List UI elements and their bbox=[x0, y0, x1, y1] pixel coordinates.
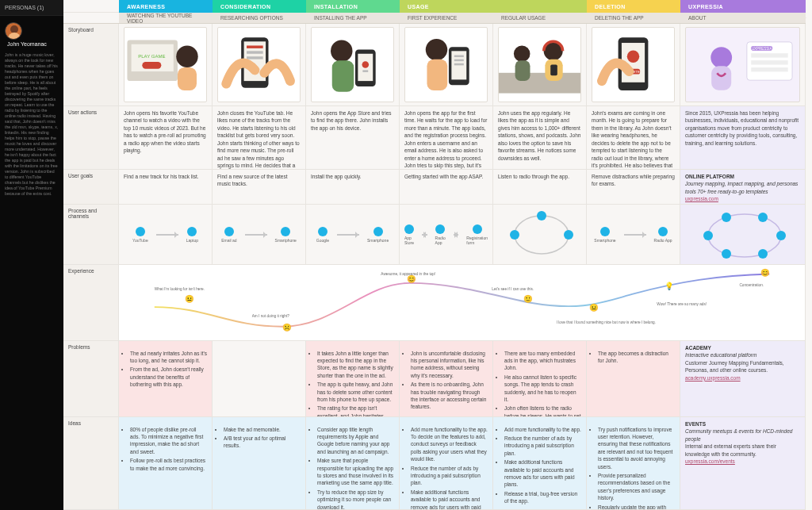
id7-link[interactable]: uxpressia.com/events bbox=[685, 458, 735, 464]
ua-3[interactable]: John opens the App Store and tries to fi… bbox=[306, 106, 400, 170]
list-item: Reduce the number of ads by introducing … bbox=[411, 465, 488, 487]
svg-point-49 bbox=[722, 213, 731, 222]
svg-point-4 bbox=[176, 45, 197, 67]
blank-sub bbox=[63, 13, 119, 24]
arrow-icon bbox=[624, 234, 646, 236]
stage-deletion[interactable]: DELETION bbox=[587, 0, 680, 13]
svg-rect-29 bbox=[550, 65, 557, 76]
pb-4[interactable]: John is uncomfortable disclosing his per… bbox=[400, 341, 493, 417]
substage-2[interactable]: RESEARCHING OPTIONS bbox=[213, 13, 306, 24]
list-item: Make additional functions available to p… bbox=[411, 489, 488, 510]
rowlabel-problems: Problems bbox=[63, 341, 119, 417]
list-item: Make the ad memorable. bbox=[224, 426, 301, 433]
node-reg[interactable]: Registration form bbox=[466, 224, 488, 245]
node-radio[interactable]: Radio App bbox=[435, 224, 446, 245]
svg-rect-40 bbox=[751, 53, 787, 57]
node-smartphone2[interactable]: Smartphone bbox=[367, 227, 389, 243]
stage-installation[interactable]: INSTALLATION bbox=[306, 0, 400, 13]
pb7-link[interactable]: academy.uxpressia.com bbox=[685, 375, 741, 381]
list-item: Try push notifications to improve user r… bbox=[598, 426, 675, 471]
svg-point-48 bbox=[703, 231, 713, 240]
ug-5[interactable]: Listen to radio through the app. bbox=[493, 170, 587, 205]
substage-7[interactable]: ABOUT bbox=[680, 13, 806, 24]
id-3[interactable]: Consider app title length requirements b… bbox=[306, 417, 400, 510]
pb-5[interactable]: There are too many embedded ads in the a… bbox=[493, 341, 587, 417]
ug-3[interactable]: Install the app quickly. bbox=[306, 170, 400, 205]
ug7-link[interactable]: uxpressia.com bbox=[685, 196, 718, 201]
node-google[interactable]: Google bbox=[316, 227, 329, 243]
node-appstore[interactable]: App Store bbox=[404, 224, 414, 245]
svg-rect-12 bbox=[332, 60, 354, 91]
node-smartphone[interactable]: Smartphone bbox=[275, 227, 297, 243]
svg-point-17 bbox=[426, 39, 447, 60]
stage-awareness[interactable]: AWARENESS bbox=[119, 0, 213, 13]
list-item: Make sure that people responsible for up… bbox=[317, 457, 394, 487]
uxp-network-icon bbox=[685, 208, 804, 263]
node-radio2[interactable]: Radio App bbox=[654, 227, 672, 243]
experience-curve: 😐 ☹️ 😊 🙂 😐 💡 😊 What I'm looking for isn'… bbox=[124, 268, 800, 337]
sidebar-persona[interactable]: John Yeomanac John is a huge music lover… bbox=[0, 16, 63, 203]
ug-1[interactable]: Find a new track for his track list. bbox=[119, 170, 213, 205]
svg-rect-36 bbox=[711, 66, 731, 90]
pb-6[interactable]: The app becomes a distraction for John. bbox=[587, 341, 680, 417]
svg-rect-42 bbox=[751, 67, 787, 71]
list-item: Try to reduce the app size by optimizing… bbox=[317, 489, 394, 510]
substage-1[interactable]: WATCHING THE YOUTUBE VIDEO bbox=[119, 13, 213, 24]
pb-2[interactable] bbox=[213, 341, 306, 417]
storyboard-1: PLAY GAME bbox=[119, 24, 213, 106]
node-smartphone3[interactable]: Smartphone bbox=[594, 227, 615, 243]
ua-6[interactable]: John's exams are coming in one month. He… bbox=[587, 106, 680, 170]
node-youtube[interactable]: YouTube bbox=[132, 227, 148, 243]
id-5[interactable]: Add more functionality to the app.Reduce… bbox=[493, 417, 587, 510]
svg-text:UXPRESSIA: UXPRESSIA bbox=[752, 47, 772, 51]
ua-5[interactable]: John uses the app regularly. He likes th… bbox=[493, 106, 587, 170]
rowlabel-process: Process and channels bbox=[63, 205, 119, 265]
node-laptop[interactable]: Laptop bbox=[186, 227, 198, 243]
pb-3[interactable]: It takes John a little longer than expec… bbox=[306, 341, 400, 417]
ug-2[interactable]: Find a new source of the latest music tr… bbox=[213, 170, 306, 205]
ug7-body: Journey mapping, impact mapping, and per… bbox=[685, 180, 800, 195]
journey-grid: AWARENESS CONSIDERATION INSTALLATION USA… bbox=[63, 0, 812, 510]
stage-uxpressia[interactable]: UXPRESSIA bbox=[680, 0, 806, 13]
stage-usage[interactable]: USAGE bbox=[400, 0, 587, 13]
id-2[interactable]: Make the ad memorable.A/B test your ad f… bbox=[213, 417, 306, 510]
svg-text:😐: 😐 bbox=[185, 294, 194, 304]
substage-3[interactable]: INSTALLING THE APP bbox=[306, 13, 400, 24]
arrow-icon bbox=[337, 234, 359, 236]
blank-corner bbox=[63, 0, 119, 13]
list-item: There are too many embedded ads in the a… bbox=[504, 350, 581, 372]
substage-5[interactable]: REGULAR USAGE bbox=[493, 13, 587, 24]
experience-lane: 😐 ☹️ 😊 🙂 😐 💡 😊 What I'm looking for isn'… bbox=[119, 265, 806, 341]
id-1[interactable]: 80% of people dislike pre-roll ads. To m… bbox=[119, 417, 213, 510]
list-item: Consider app title length requirements b… bbox=[317, 426, 394, 456]
pb7-title: ACADEMY bbox=[685, 344, 800, 351]
id-4[interactable]: Add more functionality to the app. To de… bbox=[400, 417, 493, 510]
id-6[interactable]: Try push notifications to improve user r… bbox=[587, 417, 680, 510]
ua-4[interactable]: John opens the app for the first time. H… bbox=[400, 106, 493, 170]
svg-point-50 bbox=[758, 213, 768, 222]
pb-1[interactable]: The ad nearly irritates John as it's too… bbox=[119, 341, 213, 417]
list-item: Make additional functions available to p… bbox=[504, 458, 581, 489]
svg-text:💡: 💡 bbox=[665, 282, 674, 291]
ug-6[interactable]: Remove distractions while preparing for … bbox=[587, 170, 680, 205]
substage-4[interactable]: FIRST EXPERIENCE bbox=[400, 13, 493, 24]
pc-1: YouTube Laptop bbox=[119, 205, 213, 265]
ua-2[interactable]: John closes the YouTube tab. He likes no… bbox=[213, 106, 306, 170]
svg-rect-10 bbox=[247, 56, 263, 59]
rowlabel-user-goals: User goals bbox=[63, 170, 119, 205]
svg-text:PLAY GAME: PLAY GAME bbox=[138, 54, 165, 59]
ua-1[interactable]: John opens his favorite YouTube channel … bbox=[119, 106, 213, 170]
substage-6[interactable]: DELETING THE APP bbox=[587, 13, 680, 24]
node-emailad[interactable]: Email ad bbox=[221, 227, 236, 243]
svg-rect-18 bbox=[427, 59, 447, 90]
storyboard-2 bbox=[213, 24, 306, 106]
persona-name: John Yeomanac bbox=[7, 40, 47, 48]
pc-5: Radio App Smartphone Recommendations bbox=[493, 205, 587, 265]
app-root: PERSONAS (1) John Yeomanac John is a hug… bbox=[0, 0, 812, 510]
list-item: John is uncomfortable disclosing his per… bbox=[411, 350, 488, 380]
svg-point-15 bbox=[362, 61, 370, 68]
pc-3: Google Smartphone bbox=[306, 205, 400, 265]
stage-consideration[interactable]: CONSIDERATION bbox=[213, 0, 306, 13]
pc-6: Smartphone Radio App bbox=[587, 205, 680, 265]
ug-4[interactable]: Getting started with the app ASAP. bbox=[400, 170, 493, 205]
